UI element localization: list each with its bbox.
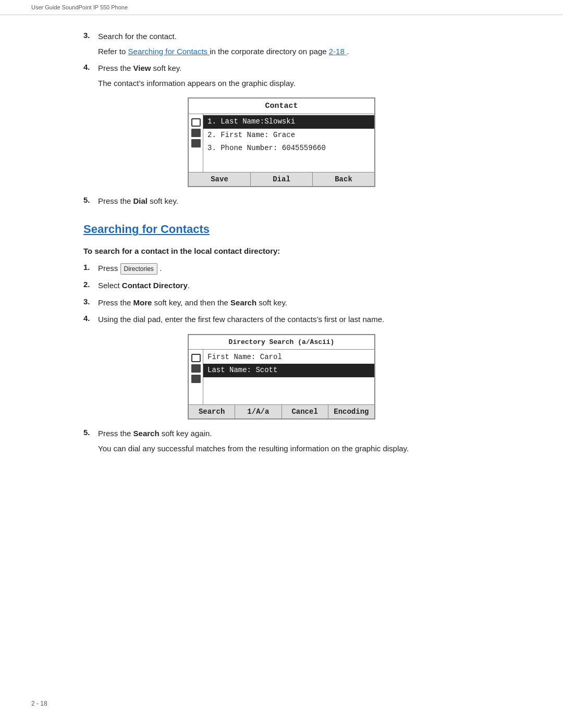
step-5-number: 5.	[83, 195, 98, 207]
contact-item-3: 3. Phone Number: 6045559660	[203, 142, 374, 155]
contact-item-2: 2. First Name: Grace	[203, 129, 374, 142]
contact-screen-list: 1. Last Name:Slowski 2. First Name: Grac…	[203, 114, 374, 172]
directory-btn-cancel[interactable]: Cancel	[282, 405, 328, 418]
directories-button[interactable]: Directories	[120, 263, 157, 275]
s2-step-4-number: 4.	[83, 314, 98, 326]
s2-step-1-number: 1.	[83, 263, 98, 275]
contact-item-1: 1. Last Name:Slowski	[203, 115, 374, 129]
phone-icon-1	[191, 118, 201, 127]
dir-phone-icon-3	[191, 375, 201, 383]
step-3-block: 3. Search for the contact. Refer to Sear…	[83, 31, 480, 57]
s2-step-3-number: 3.	[83, 297, 98, 309]
contact-screen-buttons: Save Dial Back	[189, 172, 374, 186]
directory-item-2: Last Name: Scott	[203, 364, 374, 377]
page-number: 2 - 18	[31, 700, 47, 707]
phone-icon-2	[191, 129, 201, 137]
directory-screen-list: First Name: Carol Last Name: Scott	[203, 350, 374, 404]
s2-step-3-text: Press the More soft key, and then the Se…	[98, 297, 480, 309]
s2-step-2-block: 2. Select Contact Directory.	[83, 280, 480, 292]
s2-step-4-block: 4. Using the dial pad, enter the first f…	[83, 314, 480, 326]
step-3-text: Search for the contact.	[98, 31, 480, 43]
s2-step-5-block: 5. Press the Search soft key again. You …	[83, 428, 480, 454]
contact-screen-title: Contact	[189, 98, 374, 114]
directory-item-1: First Name: Carol	[203, 351, 374, 364]
directory-screen-icons	[189, 350, 203, 404]
contact-btn-dial[interactable]: Dial	[251, 172, 313, 186]
dir-phone-icon-1	[191, 354, 201, 362]
step-5-text: Press the Dial soft key.	[98, 195, 480, 207]
s2-step-1-block: 1. Press Directories .	[83, 263, 480, 275]
s2-step-2-text: Select Contact Directory.	[98, 280, 480, 292]
directory-btn-1aa[interactable]: 1/A/a	[235, 405, 282, 418]
contact-phone-screen: Contact 1. Last Name:Slowski 2. First Na…	[188, 97, 375, 187]
page-link[interactable]: 2-18	[329, 47, 347, 56]
step-4-text: Press the View soft key.	[98, 63, 480, 75]
directory-screen-buttons: Search 1/A/a Cancel Encoding	[189, 404, 374, 418]
contact-screen-spacer	[203, 155, 374, 171]
phone-icon-3	[191, 139, 201, 147]
searching-contacts-link[interactable]: Searching for Contacts	[128, 47, 210, 56]
dir-phone-icon-2	[191, 364, 201, 373]
page-footer: 2 - 18	[31, 700, 47, 707]
step-4-subtext: The contact’s information appears on the…	[98, 78, 480, 90]
step-3-subtext: Refer to Searching for Contacts in the c…	[98, 46, 480, 58]
s2-step-4-text: Using the dial pad, enter the first few …	[98, 314, 480, 326]
step-4-number: 4.	[83, 63, 98, 75]
section-heading-searching: Searching for Contacts	[83, 223, 480, 236]
contact-btn-back[interactable]: Back	[313, 172, 374, 186]
page-content: 3. Search for the contact. Refer to Sear…	[0, 15, 563, 491]
step-3-number: 3.	[83, 31, 98, 43]
step-3-rest: in the corporate directory on page	[210, 47, 326, 56]
contact-btn-save[interactable]: Save	[189, 172, 251, 186]
s2-step-3-block: 3. Press the More soft key, and then the…	[83, 297, 480, 309]
directory-screen-title: Directory Search (a/Ascii)	[189, 335, 374, 350]
s2-step-5-subtext: You can dial any successful matches from…	[98, 443, 480, 455]
directory-btn-encoding[interactable]: Encoding	[328, 405, 374, 418]
step-5-block: 5. Press the Dial soft key.	[83, 195, 480, 207]
directory-btn-search[interactable]: Search	[189, 405, 235, 418]
directory-phone-screen: Directory Search (a/Ascii) First Name: C…	[188, 334, 375, 419]
directory-screen-body: First Name: Carol Last Name: Scott	[189, 350, 374, 404]
header-text: User Guide SoundPoint IP 550 Phone	[31, 4, 128, 10]
s2-step-2-number: 2.	[83, 280, 98, 292]
phone-screen-icons	[189, 114, 203, 172]
page-header: User Guide SoundPoint IP 550 Phone	[0, 0, 563, 15]
bold-instruction: To search for a contact in the local con…	[83, 246, 480, 255]
directory-screen-spacer	[203, 377, 374, 403]
step-4-block: 4. Press the View soft key. The contact’…	[83, 63, 480, 89]
step-3-refer: Refer to	[98, 47, 126, 56]
s2-step-5-text: Press the Search soft key again.	[98, 428, 480, 440]
s2-step-5-number: 5.	[83, 428, 98, 440]
s2-step-1-text: Press Directories .	[98, 263, 480, 275]
contact-screen-body: 1. Last Name:Slowski 2. First Name: Grac…	[189, 114, 374, 172]
